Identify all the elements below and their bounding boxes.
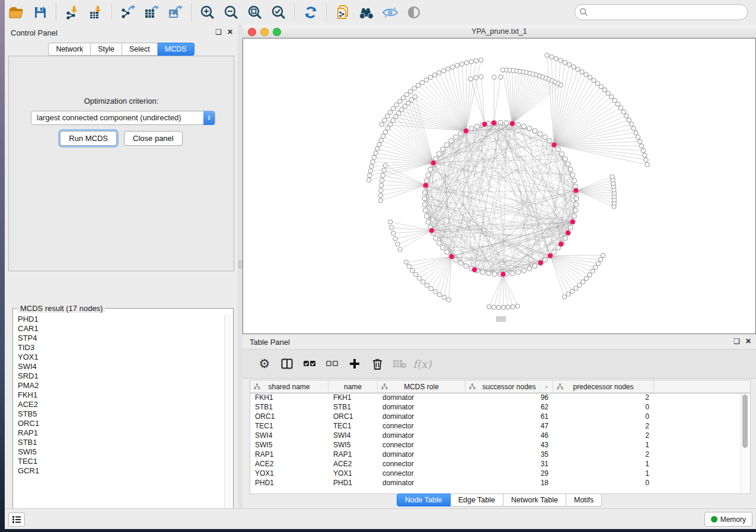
cell-successor-nodes[interactable]: 29 — [465, 469, 553, 478]
mcds-result-item[interactable]: SWI5 — [14, 447, 224, 457]
mcds-result-item[interactable]: FKH1 — [14, 390, 224, 400]
table-row[interactable]: TEC1TEC1connector472 — [250, 421, 750, 431]
cell-predecessor-nodes[interactable]: 2 — [553, 431, 654, 440]
cell-successor-nodes[interactable]: 46 — [465, 431, 553, 440]
float-panel-icon[interactable]: ❑ — [215, 28, 222, 36]
cell-name[interactable]: STB1 — [328, 402, 378, 412]
tab-network[interactable]: Network — [48, 43, 91, 56]
float-panel-icon[interactable]: ❑ — [733, 337, 740, 345]
mcds-result-item[interactable]: STB1 — [14, 438, 224, 447]
cell-shared-name[interactable]: SWI5 — [250, 440, 328, 450]
cell-MCDS-role[interactable]: dominator — [378, 450, 465, 459]
search-input[interactable] — [575, 4, 748, 20]
table-row[interactable]: PHD1PHD1dominator180 — [250, 478, 750, 488]
export-network-button[interactable] — [116, 2, 140, 23]
mcds-result-item[interactable]: STB5 — [14, 409, 224, 419]
mcds-result-item[interactable]: TEC1 — [14, 457, 224, 466]
mcds-result-item[interactable]: ACE2 — [14, 400, 224, 409]
mcds-result-item[interactable]: SWI4 — [14, 362, 224, 371]
add-column-button[interactable] — [343, 353, 366, 374]
cell-predecessor-nodes[interactable]: 1 — [553, 440, 654, 450]
tab-node-table[interactable]: Node Table — [397, 493, 451, 507]
cell-predecessor-nodes[interactable]: 2 — [553, 421, 654, 431]
column-header-successor-nodes[interactable]: successor nodes⌄ — [465, 380, 553, 393]
scrollbar-thumb[interactable] — [742, 395, 748, 448]
cell-name[interactable]: RAP1 — [328, 450, 378, 459]
close-panel-icon[interactable]: ✕ — [745, 337, 751, 345]
cell-successor-nodes[interactable]: 47 — [465, 421, 553, 431]
export-table-button[interactable] — [140, 2, 164, 23]
refresh-button[interactable] — [299, 2, 323, 23]
zoom-selected-button[interactable] — [267, 2, 291, 23]
tab-style[interactable]: Style — [91, 43, 122, 56]
mcds-result-item[interactable]: YOX1 — [14, 352, 224, 362]
cell-successor-nodes[interactable]: 18 — [465, 478, 553, 488]
table-scrollbar[interactable] — [741, 393, 749, 493]
cell-shared-name[interactable]: ACE2 — [250, 459, 328, 469]
column-header-name[interactable]: name — [328, 380, 378, 393]
first-neighbors-button[interactable] — [355, 2, 378, 23]
cell-name[interactable]: YOX1 — [328, 469, 378, 478]
cell-shared-name[interactable]: FKH1 — [250, 393, 328, 402]
vertical-splitter[interactable] — [238, 25, 243, 508]
cell-predecessor-nodes[interactable]: 1 — [553, 459, 654, 469]
task-history-button[interactable] — [8, 512, 25, 527]
cell-name[interactable]: TEC1 — [328, 421, 378, 431]
save-session-button[interactable] — [28, 2, 52, 23]
mcds-list-scrollbar[interactable] — [224, 315, 232, 527]
tab-network-table[interactable]: Network Table — [503, 493, 566, 507]
function-builder-button[interactable]: f(x) — [411, 353, 433, 374]
cell-predecessor-nodes[interactable]: 2 — [553, 393, 654, 402]
run-mcds-button[interactable]: Run MCDS — [60, 131, 117, 146]
cell-name[interactable]: FKH1 — [328, 393, 378, 402]
table-row[interactable]: STB1STB1dominator620 — [250, 402, 750, 412]
zoom-out-button[interactable] — [219, 2, 243, 23]
zoom-in-button[interactable] — [196, 2, 219, 23]
cell-MCDS-role[interactable]: connector — [378, 421, 465, 431]
zoom-fit-button[interactable] — [243, 2, 267, 23]
cell-shared-name[interactable]: STB1 — [250, 402, 328, 412]
export-image-button[interactable] — [164, 2, 187, 23]
tab-select[interactable]: Select — [122, 43, 158, 56]
mcds-result-item[interactable]: ORC1 — [14, 419, 224, 428]
table-row[interactable]: FKH1FKH1dominator962 — [250, 393, 750, 402]
cell-name[interactable]: ACE2 — [328, 459, 378, 469]
open-file-button[interactable] — [5, 2, 28, 23]
cell-shared-name[interactable]: TEC1 — [250, 421, 328, 431]
cell-successor-nodes[interactable]: 96 — [465, 393, 553, 402]
cell-name[interactable]: PHD1 — [328, 478, 378, 488]
cell-MCDS-role[interactable]: dominator — [378, 478, 465, 488]
cell-MCDS-role[interactable]: dominator — [378, 402, 465, 412]
table-row[interactable]: ACE2ACE2connector311 — [250, 459, 750, 469]
hide-selected-button[interactable] — [378, 2, 402, 23]
cell-MCDS-role[interactable]: connector — [378, 440, 465, 450]
cell-predecessor-nodes[interactable]: 0 — [553, 412, 654, 421]
cell-successor-nodes[interactable]: 62 — [465, 402, 553, 412]
memory-button[interactable]: Memory — [704, 512, 752, 527]
cell-successor-nodes[interactable]: 31 — [465, 459, 553, 469]
network-canvas[interactable] — [243, 38, 756, 334]
mcds-result-list[interactable]: PHD1CAR1STP4TID3YOX1SWI4SRD1PMA2FKH1ACE2… — [14, 315, 224, 527]
cell-name[interactable]: SWI4 — [328, 431, 378, 440]
delete-column-button[interactable] — [366, 353, 388, 374]
mcds-result-item[interactable]: SRD1 — [14, 371, 224, 381]
close-panel-icon[interactable]: ✕ — [227, 28, 233, 36]
cell-shared-name[interactable]: RAP1 — [250, 450, 328, 459]
mcds-result-item[interactable]: STP4 — [14, 334, 224, 343]
mcds-result-item[interactable]: TID3 — [14, 343, 224, 352]
show-columns-button[interactable] — [276, 353, 298, 374]
table-row[interactable]: SWI4SWI4dominator462 — [250, 431, 750, 440]
cell-MCDS-role[interactable]: dominator — [378, 393, 465, 402]
cell-predecessor-nodes[interactable]: 1 — [553, 469, 654, 478]
table-row[interactable]: SWI5SWI5connector431 — [250, 440, 750, 450]
tab-motifs[interactable]: Motifs — [566, 493, 602, 507]
delete-table-button[interactable] — [388, 353, 411, 374]
cell-successor-nodes[interactable]: 43 — [465, 440, 553, 450]
tab-edge-table[interactable]: Edge Table — [451, 493, 503, 507]
tab-mcds[interactable]: MCDS — [158, 43, 194, 56]
mcds-result-item[interactable]: RAP1 — [14, 428, 224, 438]
table-row[interactable]: ORC1ORC1dominator610 — [250, 412, 750, 421]
mcds-result-item[interactable]: GCR1 — [14, 466, 224, 476]
cell-shared-name[interactable]: PHD1 — [250, 478, 328, 488]
optimization-criterion-select[interactable]: largest connected component (undirected)… — [31, 111, 215, 125]
